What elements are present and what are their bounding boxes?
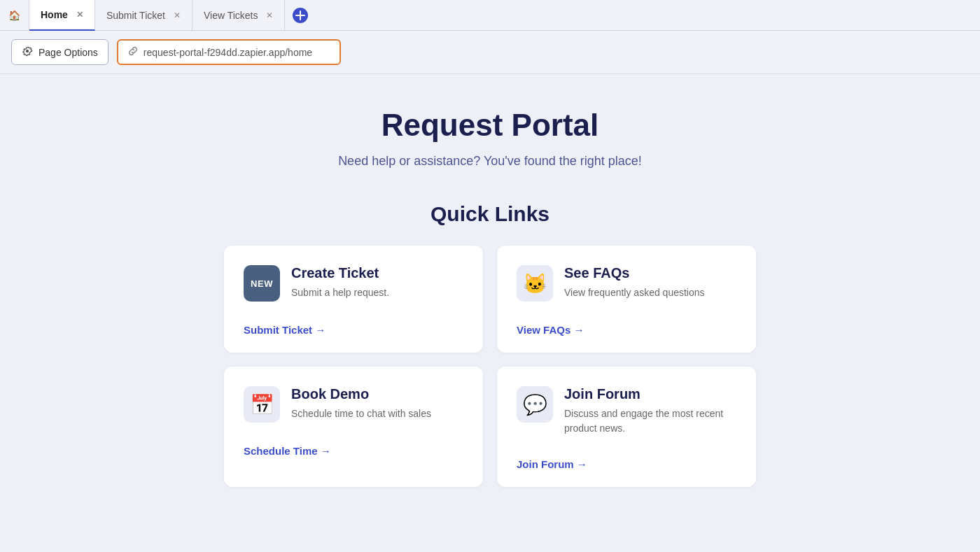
url-bar[interactable]: request-portal-f294dd.zapier.app/home [117,39,341,65]
toolbar: Page Options request-portal-f294dd.zapie… [0,31,980,74]
view-faqs-link[interactable]: View FAQs → [517,324,736,336]
tab-submit-ticket[interactable]: Submit Ticket ✕ [95,0,192,31]
cards-grid: NEW Create Ticket Submit a help request.… [224,246,756,487]
gear-icon [22,45,33,59]
faqs-emoji-icon: 🐱 [517,265,553,302]
card-create-ticket: NEW Create Ticket Submit a help request.… [224,246,483,353]
join-forum-title: Join Forum [564,386,736,402]
home-icon: 🏠 [8,10,20,21]
see-faqs-title: See FAQs [564,265,736,281]
join-forum-desc: Discuss and engage the most recent produ… [564,406,736,436]
main-content: Request Portal Need help or assistance? … [0,74,980,552]
see-faqs-desc: View frequently asked questions [564,285,736,300]
schedule-time-link[interactable]: Schedule Time → [244,445,463,457]
tab-home[interactable]: Home ✕ [29,0,95,31]
new-badge-icon: NEW [244,265,280,302]
tab-view-tickets-close[interactable]: ✕ [266,10,273,20]
create-ticket-title: Create Ticket [291,265,463,281]
join-forum-link[interactable]: Join Forum → [517,458,736,470]
page-options-label: Page Options [38,47,98,58]
chat-bubble-emoji-icon: 💬 [517,386,553,423]
card-book-demo-top: 📅 Book Demo Schedule time to chat with s… [244,386,463,423]
page-options-button[interactable]: Page Options [11,39,108,65]
tab-home-icon[interactable]: 🏠 [0,0,29,31]
card-join-forum: 💬 Join Forum Discuss and engage the most… [497,367,756,487]
tab-view-tickets-label: View Tickets [204,10,258,21]
page-subtitle: Need help or assistance? You've found th… [338,154,642,169]
card-join-forum-top: 💬 Join Forum Discuss and engage the most… [517,386,736,436]
url-text: request-portal-f294dd.zapier.app/home [144,47,312,58]
create-ticket-desc: Submit a help request. [291,285,463,300]
tab-submit-ticket-close[interactable]: ✕ [174,10,181,20]
book-demo-desc: Schedule time to chat with sales [291,406,463,421]
tab-submit-ticket-label: Submit Ticket [106,10,165,21]
card-see-faqs: 🐱 See FAQs View frequently asked questio… [497,246,756,353]
page-title: Request Portal [382,108,599,143]
card-see-faqs-top: 🐱 See FAQs View frequently asked questio… [517,265,736,302]
book-demo-title: Book Demo [291,386,463,402]
submit-ticket-link[interactable]: Submit Ticket → [244,324,463,336]
quick-links-heading: Quick Links [430,202,550,226]
add-tab-button[interactable] [288,3,313,28]
tab-bar: 🏠 Home ✕ Submit Ticket ✕ View Tickets ✕ [0,0,980,31]
tab-home-label: Home [41,9,68,20]
card-create-ticket-top: NEW Create Ticket Submit a help request. [244,265,463,302]
tab-home-close[interactable]: ✕ [76,10,83,20]
tab-view-tickets[interactable]: View Tickets ✕ [192,0,286,31]
calendar-emoji-icon: 📅 [244,386,280,423]
card-book-demo: 📅 Book Demo Schedule time to chat with s… [224,367,483,487]
link-icon [128,46,138,58]
